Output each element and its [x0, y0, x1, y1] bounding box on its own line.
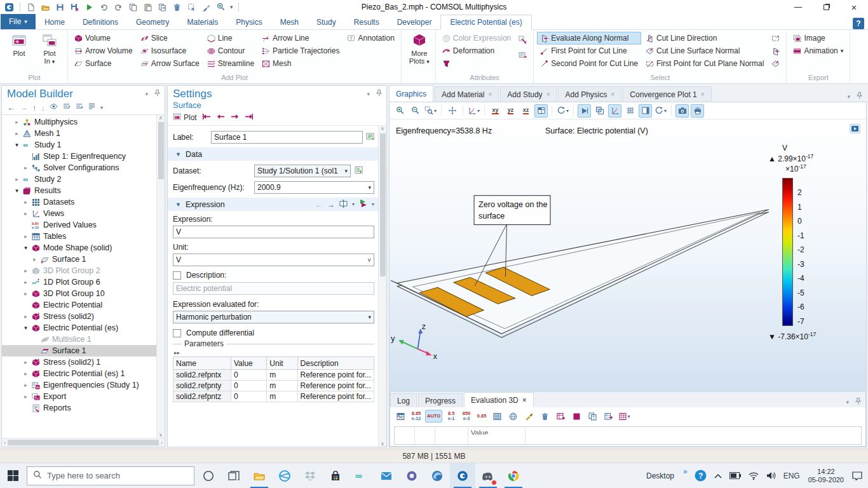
taskbar-internet-explorer-button[interactable]: [272, 463, 297, 488]
bottom-tab-progress[interactable]: Progress: [418, 393, 463, 407]
tree-item-solver-configurations[interactable]: ▸Solver Configurations: [2, 162, 156, 173]
show-icon[interactable]: [50, 102, 58, 112]
move-up-icon[interactable]: ↑: [32, 103, 37, 112]
panel-menu-icon[interactable]: ▾: [145, 91, 148, 97]
taskbar-discord-button[interactable]: [475, 463, 501, 488]
tree-item-study-2[interactable]: ▸∞Study 2: [2, 173, 156, 185]
taskbar-microsoft-store-button[interactable]: [323, 463, 348, 488]
expander-icon[interactable]: ▸: [13, 119, 20, 125]
tree-item-views[interactable]: ▸Views: [2, 208, 156, 219]
color-expression-button[interactable]: Color Expression: [439, 32, 514, 44]
tree-item-step-1-eigenfrequency[interactable]: Step 1: Eigenfrequency: [2, 151, 156, 162]
close-icon[interactable]: ×: [488, 91, 492, 98]
param-cell[interactable]: 0: [231, 370, 266, 381]
expander-icon[interactable]: ▸: [22, 199, 29, 205]
plot-in-button[interactable]: PlotIn ▾: [35, 32, 64, 71]
tree-item-tables[interactable]: ▸Tables: [2, 231, 156, 242]
graphics-tab-convergence-plot-1[interactable]: Convergence Plot 1×: [623, 86, 711, 102]
add-plot-streamline-button[interactable]: Streamline: [204, 57, 257, 70]
tree-item-3d-plot-group-10[interactable]: ▸3D Plot Group 10: [2, 288, 156, 299]
language-indicator[interactable]: ENG: [780, 463, 803, 488]
param-cell[interactable]: m: [267, 391, 297, 402]
tree-item-1d-plot-group-6[interactable]: ▸1D Plot Group 6: [2, 276, 156, 288]
scene-light-button[interactable]: [578, 104, 591, 118]
taskbar-file-explorer-button[interactable]: [247, 463, 272, 488]
panel-menu-icon[interactable]: ▾: [847, 93, 850, 100]
add-plot-arrow-volume-button[interactable]: Arrow Volume: [71, 44, 136, 57]
insert-expression-icon[interactable]: [339, 200, 348, 210]
precision-850e3-button[interactable]: 850e-3: [460, 410, 473, 423]
zoom-select-button[interactable]: [215, 2, 226, 13]
add-plot-particle-trajectories-button[interactable]: Particle Trajectories: [259, 44, 342, 57]
selection-colors-button[interactable]: [515, 33, 530, 46]
toolbar-overflow-icon[interactable]: »: [681, 467, 690, 476]
param-cell[interactable]: Reference point for...: [297, 391, 374, 402]
notification-center-icon[interactable]: [849, 463, 865, 488]
close-icon[interactable]: ×: [611, 91, 615, 98]
tree-item-electric-potential-es-[interactable]: ▾Electric Potential (es): [2, 322, 156, 334]
add-plot-volume-button[interactable]: Volume: [71, 32, 136, 44]
filter-button[interactable]: [439, 57, 514, 70]
expr-back-icon[interactable]: ←: [315, 200, 323, 209]
param-cell[interactable]: 0: [231, 381, 266, 391]
add-to-table-button[interactable]: [554, 410, 567, 423]
transparency-button[interactable]: [593, 104, 606, 118]
precision-885e12-button[interactable]: 8.85e-12: [410, 410, 423, 423]
param-col-name[interactable]: Name: [173, 357, 231, 370]
print-button[interactable]: [691, 104, 704, 118]
taskbar-task-view-button[interactable]: [221, 463, 247, 488]
taskbar-loop-app-button[interactable]: [399, 463, 424, 488]
table-settings-button[interactable]: [394, 410, 407, 423]
plot-flag-icon[interactable]: [359, 199, 367, 210]
refresh-plot-button[interactable]: ▾: [654, 104, 667, 118]
deformation-button[interactable]: Deformation: [439, 44, 514, 57]
open-file-button[interactable]: [40, 2, 51, 13]
expander-icon[interactable]: ▸: [22, 279, 29, 285]
precision-auto-button[interactable]: AUTO: [425, 410, 442, 423]
view-yz-button[interactable]: yz: [504, 104, 517, 118]
node-options-icon[interactable]: [88, 102, 96, 112]
settings-vscrollbar[interactable]: ∧∨: [378, 126, 386, 447]
snapshot-button[interactable]: [675, 104, 689, 118]
clear-selection-button[interactable]: [201, 2, 212, 13]
expander-icon[interactable]: ▾: [22, 325, 29, 331]
rename-icon[interactable]: [366, 132, 374, 142]
plane-normal-select-button[interactable]: [768, 57, 783, 70]
param-col-unit[interactable]: Unit: [267, 357, 297, 370]
zoom-box-button[interactable]: ▾: [424, 104, 437, 118]
ribbon-tab-results[interactable]: Results: [345, 15, 388, 29]
first-point-for-cut-plane-normal-button[interactable]: First Point for Cut Plane Normal: [642, 57, 767, 70]
expander-icon[interactable]: ▾: [13, 187, 20, 194]
add-plot-isosurface-button[interactable]: Isosurface: [137, 44, 203, 57]
redo-button[interactable]: [113, 2, 124, 13]
run-button[interactable]: [84, 2, 95, 13]
eigenfrequency-dropdown[interactable]: 2000.9▾: [254, 181, 374, 194]
description-checkbox[interactable]: [173, 271, 181, 280]
delete-table-button[interactable]: [538, 410, 552, 423]
expand-all-icon[interactable]: [75, 102, 83, 112]
export-image-button[interactable]: Image: [790, 32, 846, 44]
pin-icon[interactable]: [855, 92, 863, 102]
tree-item-3d-plot-group-2[interactable]: ▸3D Plot Group 2: [2, 265, 156, 276]
add-plot-line-button[interactable]: Line: [204, 32, 257, 44]
expander-icon[interactable]: ▾: [22, 245, 29, 251]
add-plot-mesh-button[interactable]: Mesh: [259, 57, 342, 70]
plot-button[interactable]: Plot: [4, 32, 34, 71]
param-cell[interactable]: solid2.refpntx: [173, 370, 231, 381]
tree-item-electric-potential[interactable]: Electric Potential: [2, 299, 156, 311]
tree-item-datasets[interactable]: ▸Datasets: [2, 196, 156, 208]
first-plot-icon[interactable]: [203, 112, 211, 123]
ribbon-tab-materials[interactable]: Materials: [179, 15, 227, 29]
close-button[interactable]: ×: [840, 0, 868, 14]
compute-differential-checkbox[interactable]: [173, 329, 181, 337]
graphics-tab-add-material[interactable]: Add Material×: [435, 86, 499, 102]
param-cell[interactable]: Reference point for...: [297, 381, 374, 391]
settings-plot-button[interactable]: Plot: [173, 112, 197, 123]
description-input[interactable]: Electric potential: [173, 282, 374, 295]
last-plot-icon[interactable]: [245, 112, 253, 123]
param-cell[interactable]: solid2.refpnty: [173, 381, 231, 391]
wifi-icon[interactable]: [745, 463, 762, 488]
full-precision-button[interactable]: [491, 410, 504, 423]
param-row[interactable]: solid2.refpntz0mReference point for...: [173, 391, 374, 402]
graphics-tab-graphics[interactable]: Graphics: [389, 85, 433, 102]
